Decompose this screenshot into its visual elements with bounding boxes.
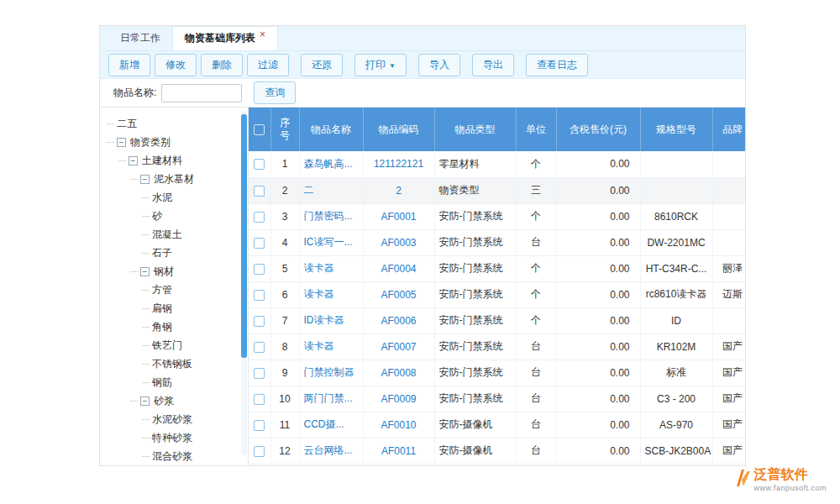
tree-item[interactable]: 混凝土: [100, 225, 248, 244]
tree-item[interactable]: 混合砂浆: [100, 447, 248, 465]
tree-item[interactable]: 角钢: [100, 318, 248, 336]
cell-item-code[interactable]: AF0011: [363, 438, 434, 464]
collapse-minus-icon[interactable]: −: [117, 138, 126, 147]
table-row[interactable]: 5读卡器AF0004安防-门禁系统个0.00HT-C34R-C...丽泽: [249, 255, 745, 281]
tree-scrollbar[interactable]: [241, 114, 247, 358]
row-checkbox[interactable]: [254, 316, 265, 327]
cell-item-code[interactable]: AF0006: [363, 307, 434, 333]
export-button[interactable]: 导出: [472, 54, 514, 76]
row-checkbox[interactable]: [254, 368, 265, 379]
column-header-unit[interactable]: 单位: [516, 108, 556, 151]
tree-item[interactable]: 钢筋: [100, 373, 248, 391]
table-row[interactable]: 11CCD摄...AF0010安防-摄像机台0.00AS-970国产: [249, 412, 745, 438]
cell-item-name[interactable]: 读卡器: [299, 333, 363, 360]
cell-item-code[interactable]: AF0009: [363, 386, 434, 412]
cell-item-name[interactable]: CCD摄...: [299, 412, 363, 438]
tree-item[interactable]: 特种砂浆: [100, 428, 248, 447]
cell-item-name[interactable]: 森岛帆高...: [299, 151, 363, 177]
tree-item[interactable]: −泥水基材: [100, 170, 248, 188]
tree-item[interactable]: 二五: [100, 114, 248, 133]
cell-item-name[interactable]: 读卡器: [299, 281, 363, 307]
column-header-spec[interactable]: 规格型号: [640, 108, 712, 151]
table-row[interactable]: 2二2物资类型三0.00: [249, 177, 745, 203]
table-row[interactable]: 7ID读卡器AF0006安防-门禁系统个0.00ID: [249, 307, 745, 333]
table-row[interactable]: 6读卡器AF0005安防-门禁系统个0.00rc8610读卡器迈斯: [249, 281, 745, 307]
row-checkbox[interactable]: [254, 159, 265, 170]
add-button[interactable]: 新增: [108, 54, 150, 76]
cell-item-name[interactable]: ID读卡器: [299, 307, 363, 333]
tree-item[interactable]: 扁钢: [100, 299, 248, 318]
row-checkbox[interactable]: [254, 342, 265, 353]
cell-item-code[interactable]: AF0005: [363, 281, 434, 307]
tab-daily-work[interactable]: 日常工作: [108, 26, 172, 50]
filter-button[interactable]: 过滤: [247, 54, 289, 76]
row-checkbox[interactable]: [254, 186, 265, 197]
table-row[interactable]: 9门禁控制器AF0008安防-门禁系统台0.00标准国产: [249, 360, 745, 386]
cell-item-name[interactable]: 门禁密码...: [299, 203, 363, 229]
cell-item-name[interactable]: 两门门禁...: [299, 386, 363, 412]
table-row[interactable]: 10两门门禁...AF0009安防-门禁系统台0.00C3 - 200国产: [249, 386, 745, 412]
table-row[interactable]: 12云台网络...AF0011安防-摄像机台0.00SCB-JK2B00A国产: [249, 438, 745, 464]
chevron-down-icon: ▼: [389, 62, 396, 70]
cell-item-code[interactable]: AF0007: [363, 333, 434, 360]
column-header-no[interactable]: 序号: [270, 108, 299, 151]
table-row[interactable]: 1森岛帆高...121122121零星材料个0.00: [249, 151, 745, 177]
tree-item[interactable]: −土建材料: [100, 151, 248, 170]
column-header-price[interactable]: 含税售价(元): [556, 108, 640, 151]
table-row[interactable]: 8读卡器AF0007安防-门禁系统台0.00KR102M国产: [249, 333, 745, 360]
tree-item[interactable]: 不锈钢板: [100, 354, 248, 373]
tree-item[interactable]: −物资类别: [100, 133, 248, 151]
query-button[interactable]: 查询: [254, 81, 296, 104]
delete-button[interactable]: 删除: [201, 54, 243, 76]
column-header-item-type[interactable]: 物品类型: [434, 108, 516, 151]
row-checkbox[interactable]: [254, 264, 265, 275]
row-checkbox[interactable]: [254, 446, 265, 457]
row-checkbox[interactable]: [254, 212, 265, 223]
collapse-minus-icon[interactable]: −: [140, 267, 150, 276]
cell-item-code[interactable]: AF0001: [363, 203, 434, 229]
table-row[interactable]: 3门禁密码...AF0001安防-门禁系统个0.008610RCK: [249, 203, 745, 229]
tree-item[interactable]: 水泥砂浆: [100, 410, 248, 428]
tree-item[interactable]: 铁艺门: [100, 336, 248, 354]
column-header-item-code[interactable]: 物品编码: [363, 108, 434, 151]
collapse-minus-icon[interactable]: −: [129, 156, 138, 165]
print-button[interactable]: 打印▼: [354, 54, 407, 76]
tree-item[interactable]: 砂: [100, 207, 248, 225]
tree-item[interactable]: 水泥: [100, 188, 248, 207]
collapse-minus-icon[interactable]: −: [140, 175, 150, 184]
modify-button[interactable]: 修改: [155, 54, 197, 76]
import-button[interactable]: 导入: [418, 54, 460, 76]
table-row[interactable]: 4IC读写一...AF0003安防-门禁系统台0.00DW-2201MC: [249, 229, 745, 255]
column-header-brand[interactable]: 品牌: [712, 108, 745, 151]
cell-item-type: 安防-摄像机: [434, 438, 516, 464]
cell-item-name[interactable]: 读卡器: [299, 255, 363, 281]
cell-item-code[interactable]: AF0008: [363, 360, 434, 386]
cell-item-code[interactable]: 121122121: [363, 151, 434, 177]
collapse-minus-icon[interactable]: −: [140, 396, 150, 406]
restore-button[interactable]: 还原: [301, 54, 343, 76]
cell-item-code[interactable]: AF0010: [363, 412, 434, 438]
item-name-input[interactable]: [161, 84, 242, 102]
view-log-button[interactable]: 查看日志: [526, 54, 588, 76]
row-checkbox[interactable]: [254, 290, 265, 301]
row-checkbox[interactable]: [254, 238, 265, 249]
row-checkbox[interactable]: [254, 420, 265, 431]
tree-item[interactable]: 方管: [100, 281, 248, 299]
row-checkbox[interactable]: [254, 394, 265, 405]
cell-item-name[interactable]: 二: [299, 177, 363, 203]
tree-item[interactable]: −钢材: [100, 262, 248, 281]
cell-item-name[interactable]: 门禁控制器: [299, 360, 363, 386]
cell-item-code[interactable]: 2: [363, 177, 434, 203]
tab-close-icon[interactable]: ×: [260, 29, 265, 40]
select-all-checkbox[interactable]: [254, 124, 265, 135]
cell-item-name[interactable]: IC读写一...: [299, 229, 363, 255]
cell-item-name[interactable]: 云台网络...: [299, 438, 363, 464]
cell-item-code[interactable]: AF0003: [363, 229, 434, 255]
row-checkbox-cell: [249, 229, 270, 255]
cell-item-code[interactable]: AF0004: [363, 255, 434, 281]
cell-unit: 台: [516, 360, 556, 386]
tree-item[interactable]: −砂浆: [100, 391, 248, 410]
column-header-item-name[interactable]: 物品名称: [299, 108, 363, 151]
tab-material-library-list[interactable]: 物资基础库列表 ×: [172, 26, 278, 50]
tree-item[interactable]: 石子: [100, 244, 248, 262]
